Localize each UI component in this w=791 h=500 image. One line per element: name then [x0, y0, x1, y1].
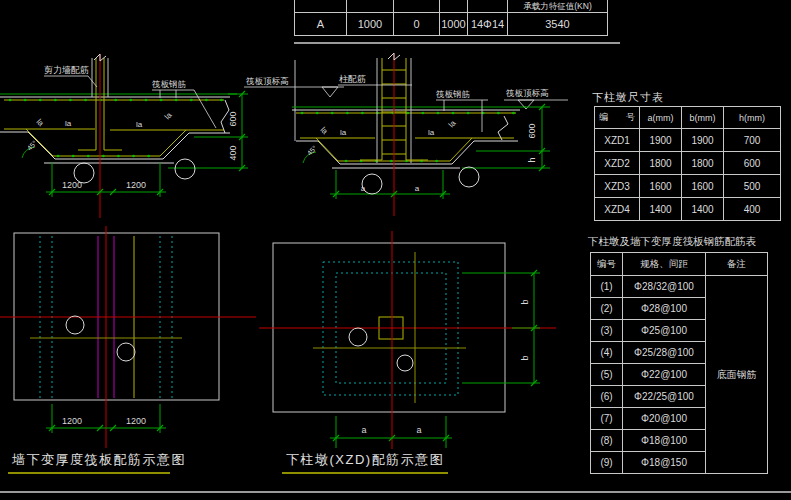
header-cell — [440, 0, 468, 13]
rebar-schedule-table: 编号 规格、间距 备注 (1) Φ28/32@100 底面钢筋 (2) Φ28@… — [590, 252, 768, 474]
pier-plan-caption: 下柱墩(XZD)配筋示意图 — [286, 451, 444, 469]
detail-bubble — [459, 167, 479, 187]
table-row: XZD2 1800 1800 600 — [595, 152, 781, 175]
cell: XZD3 — [595, 175, 640, 198]
anchorage-label: la — [319, 125, 330, 136]
slab-rebar-label: 筏板钢筋 — [436, 89, 471, 99]
cell: Φ20@100 — [623, 408, 706, 430]
header-cell-note: 备注 — [706, 253, 768, 276]
dim-a: a — [361, 184, 366, 193]
cell: 1000 — [347, 13, 394, 36]
header-cell-spec: 规格、间距 — [623, 253, 706, 276]
detail-bubble — [117, 343, 135, 361]
cell: 400 — [724, 198, 781, 221]
header-cell-h: h(mm) — [724, 107, 781, 129]
cell: (4) — [591, 342, 623, 364]
header-cell — [295, 0, 347, 13]
cell: XZD1 — [595, 129, 640, 152]
bottom-frame-line — [0, 491, 791, 493]
pier-plan-drawing: b b a a — [259, 231, 556, 449]
cell: Φ25@100 — [623, 320, 706, 342]
anchorage-label: la — [65, 119, 72, 128]
anchorage-label: la — [136, 120, 143, 129]
cell: (5) — [591, 364, 623, 386]
detail-bubble — [349, 328, 367, 346]
wall-section-drawing: 剪力墙配筋 筏板钢筋 筏板顶标高 600 400 1200 1200 45° l… — [0, 54, 344, 218]
dim-1200-left: 1200 — [62, 180, 82, 190]
wall-plan-caption: 墙下变厚度筏板配筋示意图 — [12, 451, 186, 469]
table-header-row: 编 号 a(mm) b(mm) h(mm) — [595, 107, 781, 129]
detail-bubble — [175, 159, 195, 179]
cell: (3) — [591, 320, 623, 342]
cell: (7) — [591, 408, 623, 430]
dim-a: a — [361, 425, 366, 435]
cell: Φ28/32@100 — [623, 276, 706, 298]
cell: 1600 — [682, 175, 724, 198]
cell: 1400 — [640, 198, 682, 221]
sheet-edge-line — [294, 42, 620, 44]
cell: 1000 — [440, 13, 468, 36]
cell: (6) — [591, 386, 623, 408]
size-table-title: 下柱墩尺寸表 — [592, 90, 664, 105]
dim-a: a — [415, 184, 420, 193]
cell: 14Φ14 — [468, 13, 508, 36]
cell: Φ18@100 — [623, 430, 706, 452]
cell: 1800 — [640, 152, 682, 175]
cell: A — [295, 13, 347, 36]
dim-b: b — [520, 355, 530, 360]
caption-underline — [282, 472, 448, 474]
dim-h: h — [527, 157, 537, 162]
header-cell-a: a(mm) — [640, 107, 682, 129]
table-header-row: 承载力特征值(KN) — [295, 0, 608, 13]
cell: 500 — [724, 175, 781, 198]
dim-b: b — [520, 299, 530, 304]
anchorage-label: la — [163, 110, 174, 121]
detail-bubble — [66, 316, 84, 334]
cell-remark: 底面钢筋 — [706, 276, 768, 474]
cell: Φ25/28@100 — [623, 342, 706, 364]
slab-rebar-label: 筏板钢筋 — [152, 79, 187, 89]
table-row: A 1000 0 1000 14Φ14 3540 — [295, 13, 608, 36]
header-cell — [347, 0, 394, 13]
cell: Φ22@100 — [623, 364, 706, 386]
cell: 700 — [724, 129, 781, 152]
pier-section-drawing: 柱配筋 筏板钢筋 筏板顶标高 600 h a a 45° la la la la — [292, 53, 568, 216]
header-cell — [468, 0, 508, 13]
rebar-table-title: 下柱墩及墙下变厚度筏板钢筋配筋表 — [588, 235, 756, 249]
dim-600: 600 — [527, 123, 537, 138]
table-row: XZD4 1400 1400 400 — [595, 198, 781, 221]
table-row: XZD1 1900 1900 700 — [595, 129, 781, 152]
cell: Φ28@100 — [623, 298, 706, 320]
dim-1200-right: 1200 — [126, 180, 146, 190]
header-cell-id: 编 号 — [595, 107, 640, 129]
cell: 1900 — [682, 129, 724, 152]
dim-a: a — [416, 425, 421, 435]
dim-1200-left: 1200 — [62, 416, 82, 426]
cell: Φ22/25@100 — [623, 386, 706, 408]
cell: 600 — [724, 152, 781, 175]
wall-plan-drawing: 1200 1200 — [0, 226, 256, 448]
cell: 0 — [394, 13, 440, 36]
cell: XZD2 — [595, 152, 640, 175]
header-cell-b: b(mm) — [682, 107, 724, 129]
anchorage-label: la — [35, 117, 46, 128]
angle-45-label: 45° — [306, 144, 319, 157]
pile-data-table: 承载力特征值(KN) A 1000 0 1000 14Φ14 3540 — [294, 0, 608, 36]
table-row: (1) Φ28/32@100 底面钢筋 — [591, 276, 768, 298]
header-cell — [394, 0, 440, 13]
cell: (1) — [591, 276, 623, 298]
slab-top-level-label: 筏板顶标高 — [506, 88, 549, 98]
cell: XZD4 — [595, 198, 640, 221]
dim-1200-right: 1200 — [126, 416, 146, 426]
cell: 3540 — [508, 13, 608, 36]
cell: 1800 — [682, 152, 724, 175]
cell: (2) — [591, 298, 623, 320]
pier-size-table: 编 号 a(mm) b(mm) h(mm) XZD1 1900 1900 700… — [594, 106, 781, 221]
header-cell-id: 编号 — [591, 253, 623, 276]
dim-600: 600 — [228, 111, 238, 126]
wall-rebar-label: 剪力墙配筋 — [44, 65, 89, 75]
table-row: XZD3 1600 1600 500 — [595, 175, 781, 198]
detail-bubble — [397, 355, 413, 371]
cell: (9) — [591, 452, 623, 474]
cell: 1400 — [682, 198, 724, 221]
